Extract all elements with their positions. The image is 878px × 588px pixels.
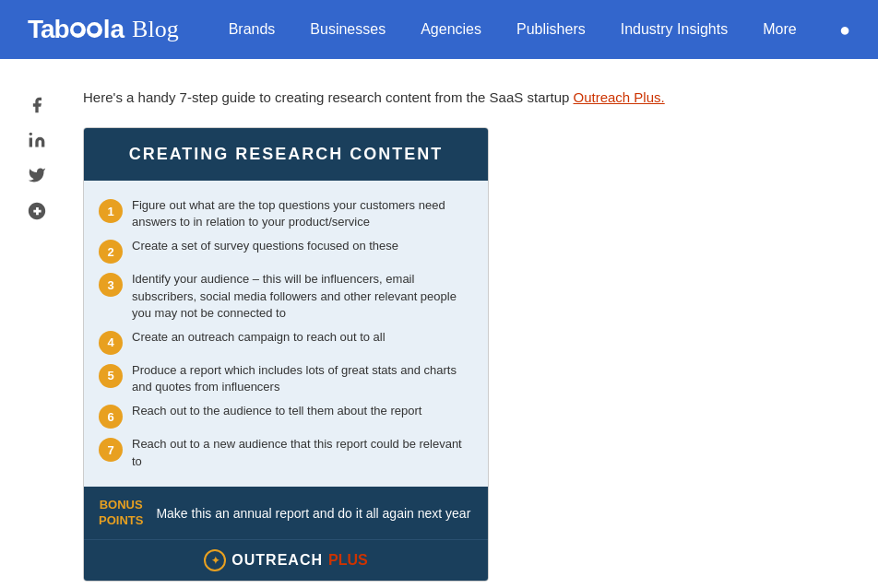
main-content: Here's a handy 7-step guide to creating … <box>74 77 860 582</box>
intro-text-before: Here's a handy 7-step guide to creating … <box>83 89 574 105</box>
step-6-num: 6 <box>99 405 123 429</box>
nav-more[interactable]: More <box>750 14 809 45</box>
outreach-icon: ✦ <box>204 549 226 571</box>
outreach-plus: PLUS <box>328 552 368 569</box>
infographic: CREATING RESEARCH CONTENT 1 Figure out w… <box>83 127 489 582</box>
nav-businesses[interactable]: Businesses <box>297 14 398 45</box>
step-2-num: 2 <box>99 240 123 264</box>
linkedin-icon[interactable] <box>28 131 46 149</box>
nav-industry-insights[interactable]: Industry Insights <box>608 14 742 45</box>
site-header: Tab la Blog Brands Businesses Agencies P… <box>0 0 878 59</box>
content-wrapper: Here's a handy 7-step guide to creating … <box>0 59 878 588</box>
search-icon[interactable]: ● <box>839 19 850 41</box>
intro-paragraph: Here's a handy 7-step guide to creating … <box>83 87 860 109</box>
nav-brands[interactable]: Brands <box>216 14 289 45</box>
bonus-label: BONUSPOINTS <box>99 498 143 529</box>
outreach-plus-link[interactable]: Outreach Plus. <box>574 89 665 105</box>
twitter-icon[interactable] <box>28 166 46 184</box>
infographic-title: CREATING RESEARCH CONTENT <box>84 128 488 181</box>
logo-eyes <box>70 22 102 38</box>
step-7-text: Reach out to a new audience that this re… <box>132 436 473 469</box>
logo-taboola-end: la <box>103 15 125 44</box>
bonus-text: Make this an annual report and do it all… <box>156 506 470 521</box>
outreach-name: OUTREACH <box>231 552 323 569</box>
step-4-text: Create an outreach campaign to reach out… <box>132 329 386 346</box>
nav-agencies[interactable]: Agencies <box>408 14 494 45</box>
outreach-logo: ✦ OUTREACH PLUS <box>204 549 367 571</box>
step-7-num: 7 <box>99 438 123 462</box>
step-7: 7 Reach out to a new audience that this … <box>99 436 473 469</box>
step-5-text: Produce a report which includes lots of … <box>132 362 473 395</box>
step-2-text: Create a set of survey questions focused… <box>132 238 398 254</box>
step-1: 1 Figure out what are the top questions … <box>99 197 473 230</box>
step-4-num: 4 <box>99 331 123 355</box>
google-plus-icon[interactable] <box>27 201 47 221</box>
step-5: 5 Produce a report which includes lots o… <box>99 362 473 395</box>
infographic-steps: 1 Figure out what are the top questions … <box>84 181 488 487</box>
outreach-footer: ✦ OUTREACH PLUS <box>84 539 488 581</box>
step-6: 6 Reach out to the audience to tell them… <box>99 403 473 429</box>
social-sidebar <box>0 77 74 582</box>
facebook-icon[interactable] <box>28 96 46 114</box>
infographic-bonus: BONUSPOINTS Make this an annual report a… <box>84 487 488 540</box>
step-3-num: 3 <box>99 273 123 297</box>
step-1-text: Figure out what are the top questions yo… <box>132 197 473 230</box>
step-3-text: Identify your audience – this will be in… <box>132 271 473 322</box>
step-5-num: 5 <box>99 364 123 388</box>
step-6-text: Reach out to the audience to tell them a… <box>132 403 421 419</box>
step-3: 3 Identify your audience – this will be … <box>99 271 473 322</box>
logo-blog: Blog <box>132 16 179 43</box>
step-2: 2 Create a set of survey questions focus… <box>99 238 473 264</box>
main-nav: Brands Businesses Agencies Publishers In… <box>216 14 839 45</box>
logo-taboola: Tab <box>28 15 69 44</box>
step-4: 4 Create an outreach campaign to reach o… <box>99 329 473 355</box>
svg-point-0 <box>30 133 32 135</box>
nav-publishers[interactable]: Publishers <box>504 14 599 45</box>
logo[interactable]: Tab la Blog <box>28 15 179 44</box>
step-1-num: 1 <box>99 199 123 223</box>
